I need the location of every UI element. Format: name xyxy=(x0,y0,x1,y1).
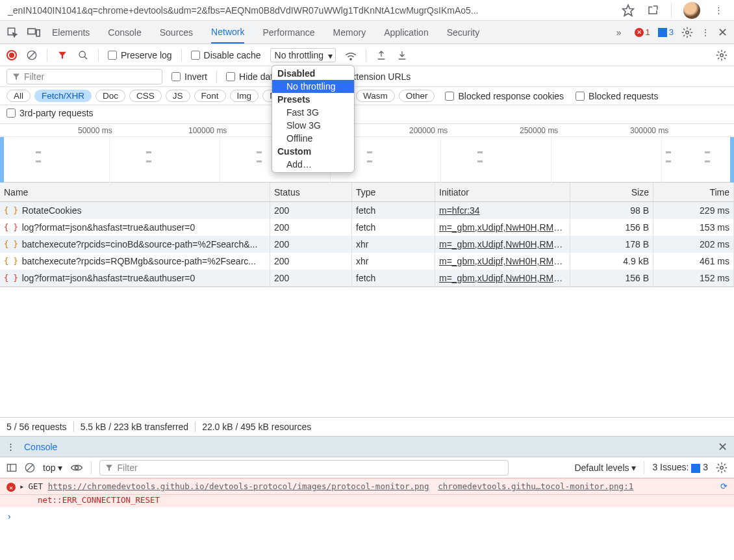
clear-icon[interactable] xyxy=(26,49,38,61)
issue-count-badge[interactable]: 3 xyxy=(658,27,674,37)
devtools-tab-bar: ElementsConsoleSourcesNetworkPerformance… xyxy=(0,21,734,44)
col-initiator[interactable]: Initiator xyxy=(435,183,570,201)
timeline-overview[interactable]: 50000 ms100000 ms150000 ms200000 ms25000… xyxy=(0,124,734,183)
console-prompt[interactable]: › xyxy=(0,507,734,526)
download-icon[interactable] xyxy=(396,49,408,61)
settings-icon[interactable] xyxy=(716,49,728,61)
star-icon[interactable] xyxy=(622,4,635,17)
extensions-icon[interactable] xyxy=(646,4,659,17)
blocked-requests-checkbox[interactable]: Blocked requests xyxy=(576,91,658,101)
refresh-icon[interactable]: ⟳ xyxy=(720,481,728,491)
svg-rect-2 xyxy=(28,29,36,34)
chip-other[interactable]: Other xyxy=(399,90,435,102)
throttling-select[interactable]: No throttling ▾ xyxy=(270,48,336,62)
invert-checkbox[interactable]: Invert xyxy=(171,71,207,82)
table-row[interactable]: { }batchexecute?rpcids=cinoBd&source-pat… xyxy=(0,236,734,253)
dropdown-item-no-throttling[interactable]: No throttling xyxy=(272,80,354,93)
error-source-link[interactable]: chromedevtools.githu…tocol-monitor.png:1 xyxy=(438,481,633,491)
col-time[interactable]: Time xyxy=(653,183,734,201)
col-type[interactable]: Type xyxy=(352,183,435,201)
console-settings-icon[interactable] xyxy=(716,462,728,474)
initiator-link[interactable]: m=_gbm,xUdipf,NwH0H,RMhBfe xyxy=(439,273,566,283)
drawer-menu-icon[interactable]: ⋮ xyxy=(6,442,15,452)
console-body: ✕ ▸ GET https://chromedevtools.github.io… xyxy=(0,478,734,526)
disable-cache-checkbox[interactable]: Disable cache xyxy=(191,50,261,60)
device-toggle-icon[interactable] xyxy=(27,27,40,38)
request-type: xhr xyxy=(352,236,435,253)
svg-marker-0 xyxy=(623,5,634,16)
tab-sources[interactable]: Sources xyxy=(160,22,193,43)
table-row[interactable]: { }batchexecute?rpcids=RQBMgb&source-pat… xyxy=(0,253,734,270)
tab-performance[interactable]: Performance xyxy=(262,22,314,43)
console-error-row[interactable]: ✕ ▸ GET https://chromedevtools.github.io… xyxy=(0,478,734,495)
timeline-tick: 300000 ms xyxy=(630,126,668,135)
error-url[interactable]: https://chromedevtools.github.io/devtool… xyxy=(48,481,429,491)
drawer-tab-console[interactable]: Console xyxy=(24,442,57,452)
inspect-icon[interactable] xyxy=(6,27,18,38)
chip-img[interactable]: Img xyxy=(230,90,259,102)
timeline-tick: 200000 ms xyxy=(409,126,448,135)
initiator-link[interactable]: m=_gbm,xUdipf,NwH0H,RMhBfe xyxy=(439,239,566,249)
url-text: _enIN1040IN1041&q=chrome+devtools&udm=2&… xyxy=(5,5,618,16)
log-levels-select[interactable]: Default levels ▾ xyxy=(574,463,636,473)
table-row[interactable]: { }log?format=json&hasfast=true&authuser… xyxy=(0,219,734,236)
dropdown-item-fast-3g[interactable]: Fast 3G xyxy=(272,106,354,119)
chip-font[interactable]: Font xyxy=(194,90,226,102)
search-icon[interactable] xyxy=(77,49,89,61)
sidebar-toggle-icon[interactable] xyxy=(6,463,17,472)
context-selector[interactable]: top ▾ xyxy=(43,463,62,473)
tab-network[interactable]: Network xyxy=(211,21,244,44)
error-count-badge[interactable]: ✕1 xyxy=(635,27,650,37)
table-row[interactable]: { }RotateCookies200fetchm=hfcr:3498 B229… xyxy=(0,202,734,219)
request-size: 4.9 kB xyxy=(570,253,653,270)
col-name[interactable]: Name xyxy=(0,183,270,201)
devtools-menu-icon[interactable]: ⋮ xyxy=(701,27,710,38)
issues-link[interactable]: 3 Issues: 3 xyxy=(652,462,708,472)
chip-wasm[interactable]: Wasm xyxy=(356,90,395,102)
request-status: 200 xyxy=(270,236,352,253)
clear-console-icon[interactable] xyxy=(25,463,35,473)
chip-fetchxhr[interactable]: Fetch/XHR xyxy=(34,90,92,102)
avatar[interactable] xyxy=(683,2,700,19)
tab-elements[interactable]: Elements xyxy=(52,22,90,43)
chip-all[interactable]: All xyxy=(6,90,31,102)
filter-icon[interactable] xyxy=(57,49,68,61)
col-status[interactable]: Status xyxy=(270,183,352,201)
filter-row: Filter Invert Hide data URLs Hide extens… xyxy=(0,66,734,87)
dropdown-item-add[interactable]: Add… xyxy=(272,158,354,171)
third-party-checkbox[interactable]: 3rd-party requests xyxy=(6,108,728,118)
request-size: 156 B xyxy=(570,270,653,286)
close-icon[interactable]: ✕ xyxy=(718,440,728,454)
request-icon: { } xyxy=(4,257,18,266)
tab-console[interactable]: Console xyxy=(108,22,141,43)
chip-doc[interactable]: Doc xyxy=(95,90,125,102)
tab-security[interactable]: Security xyxy=(447,22,480,43)
dropdown-item-slow-3g[interactable]: Slow 3G xyxy=(272,119,354,132)
initiator-link[interactable]: m=_gbm,xUdipf,NwH0H,RMhBfe xyxy=(439,256,566,266)
network-conditions-icon[interactable] xyxy=(345,49,357,61)
chip-css[interactable]: CSS xyxy=(129,90,162,102)
svg-point-11 xyxy=(720,53,724,57)
initiator-link[interactable]: m=hfcr:34 xyxy=(439,205,480,216)
record-button[interactable] xyxy=(6,50,17,60)
request-type: fetch xyxy=(352,202,435,219)
browser-menu-icon[interactable]: ⋮ xyxy=(712,4,725,17)
col-size[interactable]: Size xyxy=(570,183,653,201)
dropdown-item-offline[interactable]: Offline xyxy=(272,132,354,145)
filter-input[interactable]: Filter xyxy=(6,69,162,84)
tab-application[interactable]: Application xyxy=(384,22,429,43)
live-expression-icon[interactable] xyxy=(70,463,83,472)
table-row[interactable]: { }log?format=json&hasfast=true&authuser… xyxy=(0,270,734,286)
more-tabs-icon[interactable]: » xyxy=(616,27,622,38)
tab-memory[interactable]: Memory xyxy=(333,22,366,43)
settings-icon[interactable] xyxy=(681,27,693,38)
chip-js[interactable]: JS xyxy=(166,90,190,102)
blocked-cookies-checkbox[interactable]: Blocked response cookies xyxy=(445,91,564,101)
request-type: xhr xyxy=(352,253,435,270)
upload-icon[interactable] xyxy=(375,49,387,61)
console-filter-input[interactable]: Filter xyxy=(99,460,509,476)
close-devtools-icon[interactable]: ✕ xyxy=(718,25,728,40)
preserve-log-checkbox[interactable]: Preserve log xyxy=(108,50,172,60)
expand-icon[interactable]: ▸ xyxy=(19,481,25,491)
initiator-link[interactable]: m=_gbm,xUdipf,NwH0H,RMhBfe xyxy=(439,222,566,233)
